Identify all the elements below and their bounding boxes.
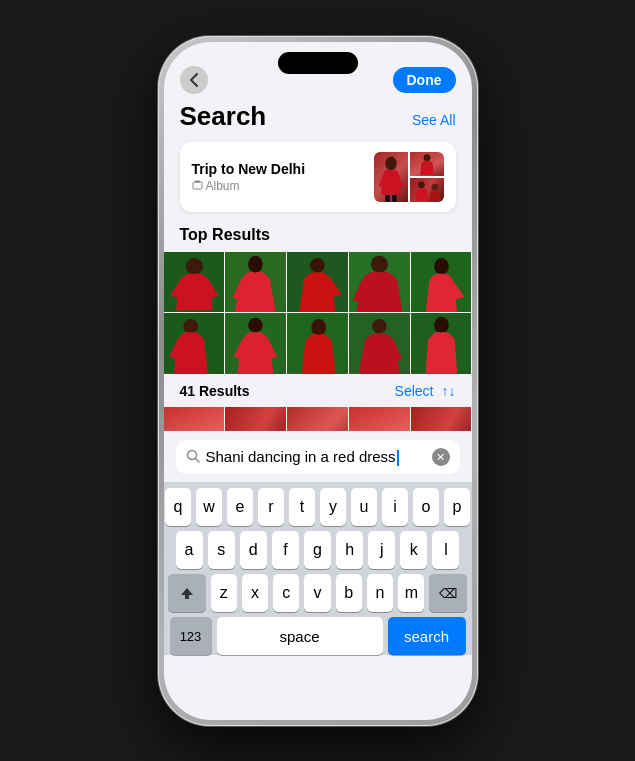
keyboard-row-3: z x c v b n m ⌫ <box>168 574 468 612</box>
svg-rect-1 <box>195 181 200 183</box>
see-all-button[interactable]: See All <box>412 112 456 128</box>
svg-point-22 <box>183 319 198 334</box>
svg-point-20 <box>434 258 449 275</box>
keyboard-bottom-row: 123 space search <box>168 617 468 655</box>
search-bar[interactable]: Shani dancing in a red dress ✕ <box>176 440 460 474</box>
dynamic-island <box>278 52 358 74</box>
num-key[interactable]: 123 <box>170 617 212 655</box>
svg-point-9 <box>417 181 424 188</box>
key-c[interactable]: c <box>273 574 299 612</box>
key-k[interactable]: k <box>400 531 427 569</box>
album-info: Trip to New Delhi Album <box>192 161 306 193</box>
results-actions: Select ↑↓ <box>395 383 456 399</box>
svg-point-30 <box>434 317 449 334</box>
key-r[interactable]: r <box>258 488 284 526</box>
key-v[interactable]: v <box>304 574 330 612</box>
search-key[interactable]: search <box>388 617 466 655</box>
key-x[interactable]: x <box>242 574 268 612</box>
photo-grid-row1 <box>164 252 472 313</box>
photo-cell[interactable] <box>287 313 348 374</box>
done-button[interactable]: Done <box>393 67 456 93</box>
key-f[interactable]: f <box>272 531 299 569</box>
svg-point-24 <box>248 318 263 333</box>
back-icon <box>189 72 199 88</box>
key-n[interactable]: n <box>367 574 393 612</box>
search-title-row: Search See All <box>164 97 472 142</box>
select-button[interactable]: Select <box>395 383 434 399</box>
svg-point-18 <box>371 255 388 272</box>
space-key[interactable]: space <box>217 617 383 655</box>
svg-point-10 <box>431 183 438 190</box>
keyboard-row-2: a s d f g h j k l <box>168 531 468 569</box>
scroll-area: Search See All Trip to New Delhi Album <box>164 42 472 433</box>
svg-rect-5 <box>392 195 397 202</box>
photo-cell[interactable] <box>164 252 225 313</box>
photo-cell[interactable] <box>411 313 472 374</box>
page-title: Search <box>180 101 267 132</box>
photo-cell-partial <box>411 407 472 431</box>
search-input[interactable]: Shani dancing in a red dress <box>206 448 426 466</box>
search-icon <box>186 449 200 466</box>
svg-rect-0 <box>193 182 202 189</box>
clear-button[interactable]: ✕ <box>432 448 450 466</box>
photo-cell-partial <box>287 407 348 431</box>
key-j[interactable]: j <box>368 531 395 569</box>
key-y[interactable]: y <box>320 488 346 526</box>
photo-grid-row2 <box>164 313 472 374</box>
album-photos-grid <box>374 152 444 202</box>
key-q[interactable]: q <box>165 488 191 526</box>
key-l[interactable]: l <box>432 531 459 569</box>
svg-point-3 <box>385 156 396 170</box>
photo-cell[interactable] <box>164 313 225 374</box>
results-count: 41 Results <box>180 383 250 399</box>
key-o[interactable]: o <box>413 488 439 526</box>
key-h[interactable]: h <box>336 531 363 569</box>
key-b[interactable]: b <box>336 574 362 612</box>
key-g[interactable]: g <box>304 531 331 569</box>
svg-point-16 <box>310 258 325 273</box>
key-d[interactable]: d <box>240 531 267 569</box>
album-icon <box>192 180 203 191</box>
phone-screen: Done Search See All Trip to New Delhi <box>164 42 472 720</box>
album-type: Album <box>192 179 306 193</box>
photo-grid-partial <box>164 407 472 431</box>
photo-cell[interactable] <box>349 313 410 374</box>
svg-point-26 <box>311 319 326 336</box>
key-z[interactable]: z <box>211 574 237 612</box>
svg-point-7 <box>423 154 430 161</box>
photo-cell-partial <box>164 407 225 431</box>
top-results-label: Top Results <box>164 226 472 252</box>
results-bar: 41 Results Select ↑↓ <box>164 375 472 407</box>
key-i[interactable]: i <box>382 488 408 526</box>
album-photo-sm-top <box>410 152 444 176</box>
key-t[interactable]: t <box>289 488 315 526</box>
key-w[interactable]: w <box>196 488 222 526</box>
photo-cell[interactable] <box>225 313 286 374</box>
delete-key[interactable]: ⌫ <box>429 574 467 612</box>
key-p[interactable]: p <box>444 488 470 526</box>
photo-cell[interactable] <box>411 252 472 313</box>
svg-rect-4 <box>385 195 390 202</box>
album-photo-sm-bottom <box>410 178 444 202</box>
photo-cell-partial <box>225 407 286 431</box>
key-s[interactable]: s <box>208 531 235 569</box>
shift-key[interactable] <box>168 574 206 612</box>
key-u[interactable]: u <box>351 488 377 526</box>
album-photo-large <box>374 152 408 202</box>
album-card[interactable]: Trip to New Delhi Album <box>180 142 456 212</box>
key-m[interactable]: m <box>398 574 424 612</box>
phone-frame: Done Search See All Trip to New Delhi <box>158 36 478 726</box>
svg-point-12 <box>185 258 202 275</box>
svg-point-28 <box>372 319 387 334</box>
sort-icon[interactable]: ↑↓ <box>442 383 456 399</box>
photo-cell[interactable] <box>225 252 286 313</box>
keyboard-row-1: q w e r t y u i o p <box>168 488 468 526</box>
key-a[interactable]: a <box>176 531 203 569</box>
keyboard: q w e r t y u i o p a s d f g h j k <box>164 482 472 655</box>
key-e[interactable]: e <box>227 488 253 526</box>
back-button[interactable] <box>180 66 208 94</box>
photo-cell[interactable] <box>287 252 348 313</box>
search-bar-container: Shani dancing in a red dress ✕ <box>164 432 472 482</box>
photo-cell-partial <box>349 407 410 431</box>
photo-cell[interactable] <box>349 252 410 313</box>
